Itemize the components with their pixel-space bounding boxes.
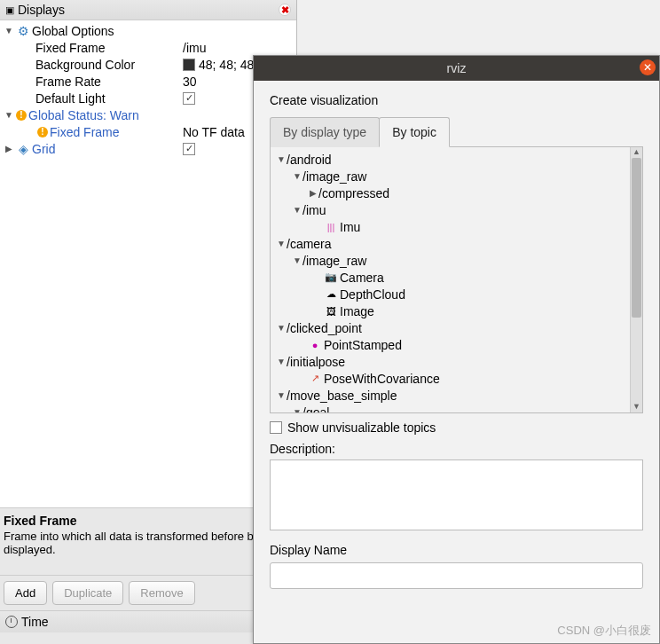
- show-unviz-checkbox[interactable]: [270, 421, 282, 434]
- topic-android-compressed[interactable]: /compressed: [318, 186, 389, 200]
- expander-icon[interactable]: ▼: [292, 255, 302, 265]
- pose-icon: ↗: [308, 372, 322, 386]
- dialog-title: rviz: [447, 61, 467, 75]
- status-fixed-frame-label[interactable]: Fixed Frame: [50, 125, 120, 139]
- topic-tree-box: ▼/android ▼/image_raw ▶/compressed ▼/imu…: [270, 147, 643, 413]
- time-label: Time: [21, 615, 49, 629]
- display-name-input[interactable]: [270, 562, 643, 589]
- expander-icon[interactable]: ▼: [276, 239, 287, 248]
- fixed-frame-value[interactable]: /imu: [183, 41, 206, 55]
- color-swatch[interactable]: [183, 59, 195, 71]
- tab-by-display-type[interactable]: By display type: [270, 117, 380, 147]
- displays-title-bar: ▣ Displays ✖: [0, 0, 296, 20]
- grid-label[interactable]: Grid: [32, 142, 55, 156]
- dialog-close-icon[interactable]: ✕: [640, 59, 656, 75]
- topic-initialpose[interactable]: /initialpose: [287, 355, 345, 369]
- expander-icon[interactable]: ▼: [292, 205, 302, 215]
- display-name-label: Display Name: [270, 543, 643, 557]
- global-options-label[interactable]: Global Options: [32, 24, 114, 38]
- clock-icon: [5, 616, 18, 628]
- default-light-checkbox[interactable]: ✓: [183, 92, 195, 105]
- expander-icon[interactable]: ▼: [276, 154, 287, 164]
- frame-rate-value[interactable]: 30: [183, 75, 197, 89]
- topic-goal[interactable]: /goal: [302, 405, 329, 414]
- scroll-up-icon[interactable]: ▲: [631, 147, 642, 158]
- remove-button: Remove: [129, 581, 194, 605]
- expander-icon[interactable]: ▼: [276, 323, 287, 333]
- description-box: [270, 459, 643, 530]
- scrollbar[interactable]: ▲ ▼: [630, 147, 642, 412]
- tabs: By display type By topic: [270, 116, 643, 147]
- help-title: Fixed Frame: [4, 514, 294, 528]
- scroll-down-icon[interactable]: ▼: [631, 402, 642, 412]
- expander-icon[interactable]: ▶: [308, 188, 318, 198]
- depthcloud-icon: ☁: [324, 287, 338, 302]
- displays-collapse-icon[interactable]: ▣: [5, 4, 14, 16]
- add-button[interactable]: Add: [4, 581, 47, 605]
- displays-tree[interactable]: ▼ ⚙ Global Options Fixed Frame /imu Back…: [0, 20, 296, 517]
- create-viz-label: Create visualization: [270, 93, 643, 107]
- topic-move-base-simple[interactable]: /move_base_simple: [287, 389, 397, 403]
- show-unviz-label[interactable]: Show unvisualizable topics: [287, 420, 436, 435]
- topic-camera-image-raw[interactable]: /image_raw: [302, 254, 366, 268]
- gear-icon: ⚙: [16, 24, 30, 38]
- expander-icon[interactable]: ▼: [276, 357, 287, 366]
- warn-icon: !: [16, 110, 27, 121]
- topic-android-imu[interactable]: /imu: [302, 203, 326, 217]
- grid-icon: ◈: [16, 142, 30, 156]
- duplicate-button: Duplicate: [52, 581, 123, 605]
- display-pointstamped[interactable]: PointStamped: [324, 338, 402, 352]
- topic-android[interactable]: /android: [287, 153, 332, 167]
- grid-checkbox[interactable]: ✓: [183, 143, 195, 155]
- expander-icon[interactable]: ▼: [292, 407, 302, 413]
- expander-icon[interactable]: ▼: [4, 26, 14, 35]
- warn-icon: !: [37, 127, 48, 137]
- topic-tree[interactable]: ▼/android ▼/image_raw ▶/compressed ▼/imu…: [271, 147, 642, 413]
- description-label: Description:: [270, 442, 643, 456]
- fixed-frame-label[interactable]: Fixed Frame: [35, 41, 106, 55]
- display-camera[interactable]: Camera: [340, 271, 384, 285]
- status-fixed-frame-value: No TF data: [183, 125, 245, 139]
- topic-camera[interactable]: /camera: [287, 237, 332, 251]
- bg-color-value[interactable]: 48; 48; 48: [199, 58, 254, 72]
- frame-rate-label[interactable]: Frame Rate: [35, 75, 101, 89]
- expander-icon[interactable]: ▼: [292, 171, 302, 181]
- default-light-label[interactable]: Default Light: [35, 91, 106, 106]
- imu-icon: |||: [324, 220, 338, 234]
- camera-icon: 📷: [324, 271, 338, 285]
- topic-clicked-point[interactable]: /clicked_point: [287, 321, 362, 335]
- bg-color-label[interactable]: Background Color: [35, 58, 135, 72]
- rviz-dialog: rviz ✕ Create visualization By display t…: [253, 55, 660, 644]
- global-status-label[interactable]: Global Status: Warn: [28, 108, 139, 122]
- point-icon: ●: [308, 338, 322, 352]
- display-posewithcov[interactable]: PoseWithCovariance: [324, 372, 440, 386]
- display-depthcloud[interactable]: DepthCloud: [340, 287, 405, 302]
- help-body: Frame into which all data is transformed…: [4, 530, 294, 556]
- topic-android-image-raw[interactable]: /image_raw: [302, 169, 366, 184]
- expander-icon[interactable]: ▶: [4, 144, 14, 153]
- dialog-title-bar[interactable]: rviz ✕: [254, 56, 659, 81]
- close-icon[interactable]: ✖: [279, 4, 291, 16]
- image-icon: 🖼: [324, 304, 338, 318]
- displays-title: Displays: [18, 3, 65, 17]
- expander-icon[interactable]: ▼: [4, 110, 14, 120]
- display-image[interactable]: Image: [340, 304, 374, 318]
- expander-icon[interactable]: ▼: [276, 390, 287, 400]
- scroll-thumb[interactable]: [632, 158, 641, 318]
- display-imu[interactable]: Imu: [340, 220, 360, 234]
- tab-by-topic[interactable]: By topic: [379, 117, 450, 147]
